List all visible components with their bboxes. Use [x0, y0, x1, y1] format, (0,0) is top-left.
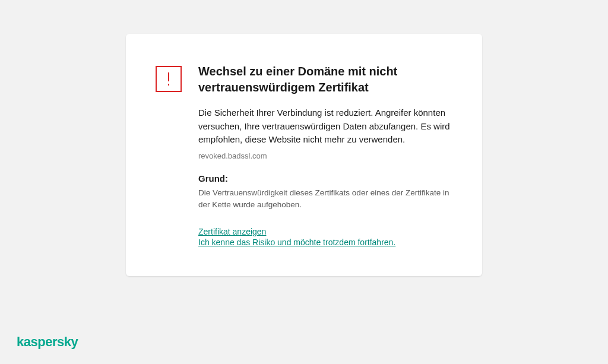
proceed-anyway-link[interactable]: Ich kenne das Risiko und möchte trotzdem…: [198, 238, 395, 247]
svg-rect-1: [168, 84, 169, 86]
warning-row: Wechsel zu einer Domäne mit nicht vertra…: [156, 64, 452, 248]
warning-title: Wechsel zu einer Domäne mit nicht vertra…: [198, 64, 452, 96]
certificate-warning-card: Wechsel zu einer Domäne mit nicht vertra…: [126, 34, 482, 276]
warning-domain: revoked.badssl.com: [198, 151, 452, 160]
brand-logo: kaspersky: [17, 334, 78, 350]
svg-rect-0: [168, 72, 169, 81]
reason-label: Grund:: [198, 173, 452, 183]
show-certificate-link[interactable]: Zertifikat anzeigen: [198, 227, 266, 236]
alert-icon: [156, 66, 182, 92]
reason-text: Die Vertrauenswürdigkeit dieses Zertifik…: [198, 187, 452, 211]
warning-content: Wechsel zu einer Domäne mit nicht vertra…: [198, 64, 452, 248]
warning-description: Die Sicherheit Ihrer Verbindung ist redu…: [198, 106, 452, 147]
